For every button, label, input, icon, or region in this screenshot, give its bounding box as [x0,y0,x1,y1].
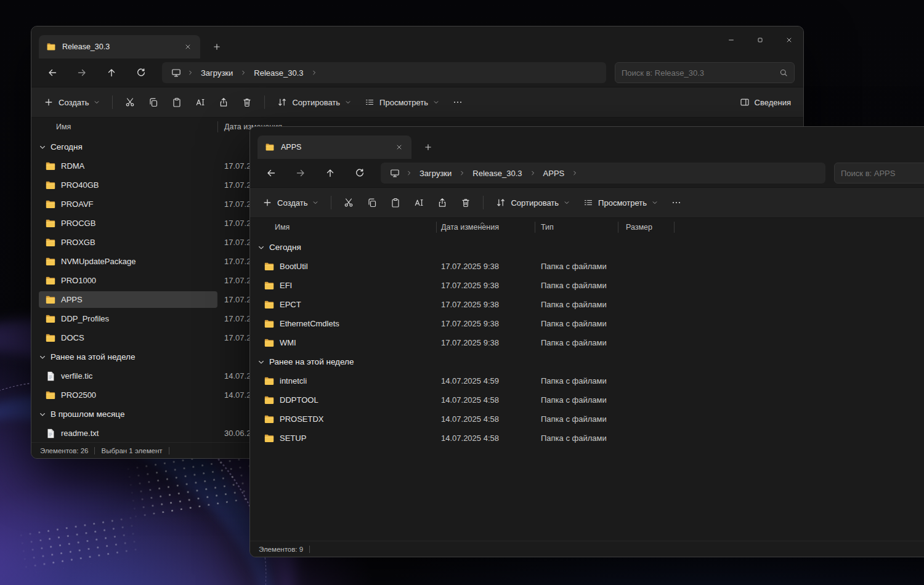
chevron-down-icon [652,200,658,206]
window-controls [716,26,803,54]
command-toolbar: Создать Сортировать Просмотреть Сведения [31,87,803,118]
toolbar-separator [112,95,113,109]
share-button[interactable] [431,192,453,213]
sort-button[interactable]: Сортировать [271,92,357,113]
close-button[interactable] [774,26,803,54]
column-header-date[interactable]: Дата изменения [436,223,535,232]
refresh-button[interactable] [129,63,153,83]
breadcrumb-device[interactable] [167,65,185,80]
column-separator[interactable] [535,222,535,233]
breadcrumb-item[interactable]: APPS [538,166,570,180]
tab-apps[interactable]: APPS [257,135,411,159]
back-button[interactable] [40,63,65,83]
breadcrumb-item[interactable]: Загрузки [414,166,457,180]
column-separator[interactable] [618,222,618,233]
more-button[interactable] [447,92,469,113]
tab-release[interactable]: Release_30.3 [39,35,200,58]
folder-icon [264,433,275,444]
file-name-cell: PRO2500 [39,387,217,403]
breadcrumb-device[interactable] [386,166,404,180]
column-separator[interactable] [674,222,675,233]
delete-button[interactable] [455,192,477,213]
copy-button[interactable] [142,92,164,113]
breadcrumb-item[interactable]: Загрузки [195,66,238,80]
file-name: EFI [280,281,292,290]
create-button[interactable]: Создать [256,192,325,213]
status-bar: Элементов: 9 [250,541,924,557]
search-input[interactable] [841,169,924,178]
chevron-down-icon [39,143,46,151]
file-name-cell: EPCT [257,296,436,313]
paste-button[interactable] [166,92,188,113]
details-pane-icon [740,97,750,107]
file-name-cell: RDMA [39,158,217,174]
file-row[interactable]: PROSETDX14.07.2025 4:58Папка с файлами [250,410,924,429]
new-tab-button[interactable] [208,38,226,56]
sort-button[interactable]: Сортировать [490,192,576,213]
breadcrumb-item[interactable]: Release_30.3 [248,66,309,80]
file-row[interactable]: SETUP14.07.2025 4:58Папка с файлами [250,429,924,448]
search-box[interactable] [615,62,795,83]
forward-button[interactable] [70,63,94,83]
file-type: Папка с файлами [535,319,618,328]
new-item-icon [262,198,272,208]
file-row[interactable]: intnetcli14.07.2025 4:59Папка с файлами [250,371,924,390]
cut-button[interactable] [119,92,141,113]
view-button[interactable]: Просмотреть [577,192,664,213]
share-button[interactable] [213,92,235,113]
file-name-cell: APPS [39,291,217,308]
file-row[interactable]: EPCT17.07.2025 9:38Папка с файлами [250,295,924,314]
view-icon [365,97,375,107]
up-button[interactable] [318,163,342,183]
tab-close-button[interactable] [392,140,407,155]
more-button[interactable] [665,192,687,213]
file-name: NVMUpdatePackage [61,257,136,266]
column-header-name[interactable]: Имя [39,123,217,131]
paste-button[interactable] [384,192,407,213]
view-button[interactable]: Просмотреть [359,92,445,113]
rename-button[interactable] [189,92,211,113]
copy-button[interactable] [361,192,383,213]
column-header-size[interactable]: Размер [618,223,674,232]
folder-icon [45,218,56,229]
minimize-button[interactable] [716,26,745,54]
file-name-cell: WMI [257,334,436,351]
toolbar-separator [264,95,265,109]
file-row[interactable]: DDPTOOL14.07.2025 4:58Папка с файлами [250,390,924,410]
rename-button[interactable] [408,192,430,213]
tab-close-button[interactable] [180,39,195,54]
group-label: Ранее на этой неделе [51,352,135,361]
forward-button[interactable] [288,163,313,183]
file-name: DDP_Profiles [61,314,109,323]
create-button[interactable]: Создать [38,92,106,113]
refresh-button[interactable] [347,163,372,183]
column-header-type[interactable]: Тип [535,223,618,232]
search-box[interactable] [834,163,924,184]
breadcrumb-item[interactable]: Release_30.3 [467,166,527,180]
chevron-right-icon [459,170,465,176]
file-row[interactable]: WMI17.07.2025 9:38Папка с файлами [250,333,924,352]
chevron-down-icon [39,411,46,418]
back-button[interactable] [259,163,283,183]
file-row[interactable]: EthernetCmdlets17.07.2025 9:38Папка с фа… [250,314,924,333]
sort-icon [277,97,287,107]
folder-icon [45,390,56,401]
file-row[interactable]: EFI17.07.2025 9:38Папка с файлами [250,276,924,295]
details-pane-button[interactable]: Сведения [734,92,797,113]
group-header[interactable]: Сегодня [250,238,924,257]
delete-button[interactable] [236,92,258,113]
up-button[interactable] [99,63,124,83]
maximize-button[interactable] [745,26,774,54]
file-name-cell: intnetcli [257,373,436,389]
navigation-bar: ЗагрузкиRelease_30.3APPS [250,159,924,187]
group-header[interactable]: Ранее на этой неделе [250,352,924,371]
breadcrumb: ЗагрузкиRelease_30.3APPS [381,163,825,184]
search-input[interactable] [622,68,779,78]
new-tab-button[interactable] [419,138,437,156]
column-header-name[interactable]: Имя [257,223,436,232]
file-row[interactable]: BootUtil17.07.2025 9:38Папка с файлами [250,257,924,276]
file-name-cell: BootUtil [257,258,436,275]
chevron-right-icon [406,170,412,176]
cut-button[interactable] [338,192,360,213]
file-name: PROSETDX [280,414,324,424]
